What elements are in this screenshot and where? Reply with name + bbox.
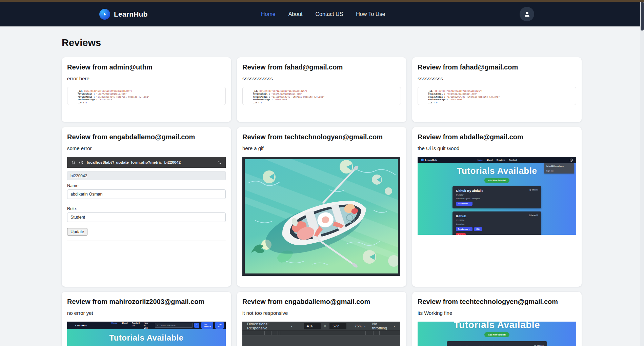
review-card: Review from admin@uthm error here _id: O… xyxy=(62,57,231,122)
mini-brand: LearnHub xyxy=(75,324,87,327)
mini-link: How To Use xyxy=(144,322,148,329)
tutorial-card: Here My Tutorial1 About Javascript @ abd… xyxy=(447,341,547,346)
mongo-key: reviewEmail : xyxy=(428,93,445,95)
review-message: it not too responsive xyxy=(242,310,401,316)
tutorial-date: 6/12/2024 xyxy=(456,219,538,221)
review-title: Review from techtechnologyen@gmail.com xyxy=(418,297,576,306)
update-form-screenshot: localhost/lab7/_update_form.php?metric=b… xyxy=(67,157,226,241)
mongo-value: 0 xyxy=(261,101,262,104)
login-button: Log in xyxy=(215,322,224,329)
review-title: Review from engabdallemo@gmail.com xyxy=(67,133,226,141)
read-more-button: Read more → xyxy=(456,227,472,231)
devtools-ruler xyxy=(242,331,400,335)
tutorial-author: @ abdalle xyxy=(529,189,538,191)
mongo-document-screenshot: _id: ObjectId("66712c5a017f90c05a081d25"… xyxy=(418,87,576,105)
get-started-button: Get started xyxy=(201,322,213,329)
mini-nav-links: Home About Contact US How To Use xyxy=(112,322,148,329)
multiply-sign: × xyxy=(324,324,326,328)
review-card: Review from fahad@gmail.com ssssssssssss… xyxy=(237,57,406,122)
mini-nav-links: Home About Services Contact xyxy=(418,159,576,161)
mongo-value: ObjectId("66712c5a017f90c05a081d25") xyxy=(435,90,483,93)
mongo-value: "learn303011@gmail.com" xyxy=(447,93,477,95)
review-title: Review from fahad@gmail.com xyxy=(418,63,576,71)
user-avatar-icon[interactable] xyxy=(520,7,534,21)
review-card: Review from engabdallemo@gmail.com it no… xyxy=(237,292,406,346)
mongo-key: _id: xyxy=(428,90,434,93)
mongo-key: reviewMedia : xyxy=(428,96,445,98)
tutorial-card: Github @ fahad11 6/12/2024 discription R… xyxy=(452,211,541,235)
mini-link: Home xyxy=(477,159,483,161)
update-button: Update xyxy=(67,228,87,236)
tutorial-author: @ abdalle xyxy=(534,345,544,346)
nav-link-contact[interactable]: Contact US xyxy=(316,11,343,17)
mini-search: Search title name... xyxy=(155,323,199,328)
learnhub-site-screenshot: LearnHub Home About Contact US How To Us… xyxy=(67,322,226,346)
throttling-dropdown: No throttling xyxy=(372,322,392,330)
add-tutorial-button: Add New Tutorial xyxy=(484,332,509,337)
mongo-key: reviewEmail : xyxy=(78,93,95,95)
tutorial-description: this is not a good Description xyxy=(456,198,538,200)
tutorials-heading: Tutorials Available xyxy=(67,333,226,343)
scrollbar[interactable] xyxy=(640,2,644,346)
zoom-dropdown: 75% xyxy=(355,324,362,328)
mongo-value: "nice work" xyxy=(99,98,114,101)
browser-address-bar: localhost/lab7/_update_form.php?metric=b… xyxy=(67,157,226,168)
review-title: Review from admin@uthm xyxy=(67,63,226,71)
review-card: Review from engabdallemo@gmail.com some … xyxy=(62,127,231,287)
tutorial-description: discription xyxy=(456,223,538,225)
mongo-value: "nice work" xyxy=(274,98,289,101)
tutorial-title: Github xyxy=(456,214,538,218)
mongo-document-screenshot: _id: ObjectId("66712c5a017f90c05a081d25"… xyxy=(242,87,401,105)
mini-link: About xyxy=(122,322,128,329)
brand[interactable]: LearnHub xyxy=(99,2,148,26)
update-form-body: bi220042 Name: abdikarin Osman Role: Stu… xyxy=(67,168,226,241)
role-label: Role: xyxy=(67,206,226,211)
mongo-value: "nice work" xyxy=(449,98,464,101)
mongo-value: ObjectId("66712c5a017f90c05a081d25") xyxy=(84,90,132,93)
review-title: Review from techtechnologyen@gmail.com xyxy=(242,133,401,141)
nav-links: Home About Contact US How To Use xyxy=(261,2,385,26)
height-input: 572 xyxy=(329,323,346,329)
mongo-key: reviewEmail : xyxy=(253,93,270,95)
mongo-document-screenshot: _id: ObjectId("66712c5a017f90c05a081d25"… xyxy=(67,87,226,105)
nav-link-home[interactable]: Home xyxy=(261,11,276,17)
mini-link: Contact US xyxy=(132,322,140,329)
search-input: Search title name... xyxy=(155,323,193,328)
search-placeholder: Search title name... xyxy=(160,324,177,326)
brand-name: LearnHub xyxy=(114,10,148,18)
mongo-value: "learn303011@gmail.com" xyxy=(96,93,127,95)
mongo-key: reviewMedia : xyxy=(253,96,270,98)
review-message: the Ui is quit Good xyxy=(418,145,576,151)
chevron-down-icon: ▼ xyxy=(364,325,366,327)
scrollbar-thumb[interactable] xyxy=(641,2,644,30)
mongo-key: __v : xyxy=(253,101,260,104)
navbar: LearnHub Home About Contact US How To Us… xyxy=(0,2,644,26)
home-icon xyxy=(71,160,76,165)
reviews-grid: Review from admin@uthm error here _id: O… xyxy=(62,57,582,346)
review-card: Review from mahirozoriiz2003@gmail.com n… xyxy=(62,292,231,346)
nav-link-about[interactable]: About xyxy=(288,11,303,17)
mini-actions: Get started Log in xyxy=(201,322,224,329)
device-toolbar: Dimensions: Responsive ▼ 416 × 572 75% ▼… xyxy=(242,322,400,331)
sign-out-item: Sign out xyxy=(546,170,572,172)
review-message: some error xyxy=(67,145,226,151)
tutorial-title: Github By abdalle xyxy=(456,189,538,192)
account-email: fahad11@gmail.com xyxy=(546,165,572,167)
mini-link: Contact xyxy=(509,159,517,161)
magnifier-icon xyxy=(217,160,222,165)
edit-button: Edit xyxy=(474,227,482,231)
mongo-value: "1718692954345-Tutorial Website (2).png" xyxy=(447,96,500,98)
mini-link: Home xyxy=(112,322,118,329)
review-message: no error yet xyxy=(67,310,226,316)
mongo-value: 0 xyxy=(436,101,438,104)
review-card: Review from abdalle@gmail.com the Ui is … xyxy=(412,127,582,287)
learnhub-logo-play-icon xyxy=(99,9,110,20)
page-title: Reviews xyxy=(62,37,644,48)
name-field: abdikarin Osman xyxy=(67,189,226,199)
mongo-key: reviewMedia : xyxy=(78,96,95,98)
account-dropdown: fahad11@gmail.com Sign out xyxy=(544,163,574,174)
tutorial-author: @ fahad11 xyxy=(529,214,538,216)
metric-readonly-field: bi220042 xyxy=(67,171,226,180)
nav-link-how-to-use[interactable]: How To Use xyxy=(356,11,385,17)
mongo-key: _id: xyxy=(78,90,83,93)
